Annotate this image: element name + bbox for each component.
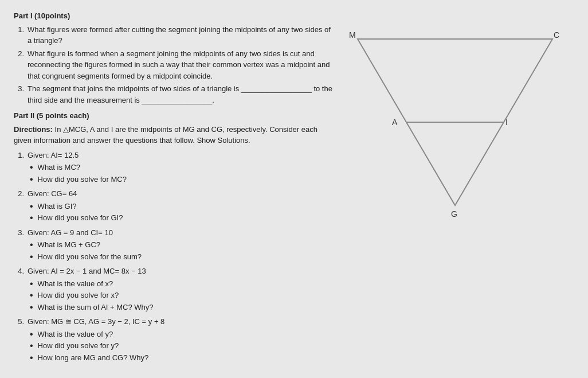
bullet-4-3: • What is the sum of AI + MC? Why?: [30, 302, 335, 313]
bullet-dot: •: [30, 174, 33, 185]
bullet-dot: •: [30, 212, 33, 224]
bullet-text-4-2: How did you solve for x?: [38, 290, 119, 301]
given-text-2: Given: CG= 64: [28, 188, 77, 200]
part1-num-3: 3.: [14, 83, 24, 106]
bullet-3-1: • What is MG + GC?: [30, 239, 335, 251]
bullet-dot: •: [30, 162, 33, 173]
bullet-4-1: • What is the value of x?: [30, 278, 335, 290]
bullet-5-3: • How long are MG and CG? Why?: [30, 352, 335, 364]
part1-num-2: 2.: [14, 48, 24, 82]
bullet-text-5-1: What is the value of y?: [38, 329, 113, 340]
bullet-dot: •: [30, 239, 33, 251]
bullet-1-1: • What is MC?: [30, 162, 335, 173]
bullet-dot: •: [30, 302, 33, 313]
part1-num-1: 1.: [14, 24, 24, 46]
given-line-1: 1. Given: AI= 12.5: [14, 150, 335, 161]
bullet-1-2: • How did you solve for MC?: [30, 174, 335, 185]
part1-list: 1. What figures were formed after cuttin…: [14, 24, 335, 106]
bullet-text-2-1: What is GI?: [38, 201, 77, 212]
part1-item-1: 1. What figures were formed after cuttin…: [14, 24, 335, 46]
part2-questions: 1. Given: AI= 12.5 • What is MC? • How d…: [14, 150, 335, 364]
bullet-2-1: • What is GI?: [30, 201, 335, 212]
given-line-2: 2. Given: CG= 64: [14, 188, 335, 200]
bullet-3-2: • How did you solve for the sum?: [30, 251, 335, 263]
part2-item-5: 5. Given: MG ≅ CG, AG = 3y − 2, IC = y +…: [14, 316, 335, 363]
page: Part I (10points) 1. What figures were f…: [0, 0, 588, 378]
bullet-4-2: • How did you solve for x?: [30, 290, 335, 301]
bullet-text-1-1: What is MC?: [38, 162, 80, 173]
bullet-text-4-1: What is the value of x?: [38, 278, 113, 290]
given-text-1: Given: AI= 12.5: [28, 150, 79, 161]
triangle-diagram: M C G A I: [346, 28, 564, 234]
bullet-text-1-2: How did you solve for MC?: [38, 174, 127, 185]
bullet-text-3-1: What is MG + GC?: [38, 239, 100, 251]
bullet-dot: •: [30, 251, 33, 263]
part1-text-1: What figures were formed after cutting t…: [28, 24, 335, 46]
bullet-dot: •: [30, 329, 33, 340]
bullet-dot: •: [30, 340, 33, 352]
bullets-1: • What is MC? • How did you solve for MC…: [14, 162, 335, 185]
bullet-2-2: • How did you solve for GI?: [30, 212, 335, 224]
triangle-svg: M C G A I: [346, 28, 564, 234]
label-I: I: [505, 118, 508, 127]
bullet-text-2-2: How did you solve for GI?: [38, 212, 123, 224]
part1-item-2: 2. What figure is formed when a segment …: [14, 48, 335, 82]
part2-item-2: 2. Given: CG= 64 • What is GI? • How did…: [14, 188, 335, 224]
part2-num-1: 1.: [14, 150, 24, 161]
bullet-text-5-2: How did you solve for y?: [38, 340, 119, 352]
bullets-2: • What is GI? • How did you solve for GI…: [14, 201, 335, 224]
bullet-text-5-3: How long are MG and CG? Why?: [38, 352, 149, 364]
given-text-5: Given: MG ≅ CG, AG = 3y − 2, IC = y + 8: [28, 316, 164, 328]
part2-num-2: 2.: [14, 188, 24, 200]
given-text-3: Given: AG = 9 and CI= 10: [28, 227, 113, 239]
left-column: Part I (10points) 1. What figures were f…: [14, 10, 335, 367]
part1-title: Part I (10points): [14, 10, 335, 22]
part1-text-2: What figure is formed when a segment joi…: [28, 48, 335, 82]
label-A: A: [392, 118, 398, 127]
directions-label: Directions:: [14, 125, 55, 134]
part2-num-4: 4.: [14, 266, 24, 277]
bullet-5-1: • What is the value of y?: [30, 329, 335, 340]
bullet-text-4-3: What is the sum of AI + MC? Why?: [38, 302, 154, 313]
given-line-3: 3. Given: AG = 9 and CI= 10: [14, 227, 335, 239]
label-M: M: [349, 30, 356, 40]
part2-title: Part II (5 points each): [14, 110, 335, 122]
bullet-text-3-2: How did you solve for the sum?: [38, 251, 142, 263]
bullet-dot: •: [30, 278, 33, 290]
part2-item-1: 1. Given: AI= 12.5 • What is MC? • How d…: [14, 150, 335, 185]
part1-item-3: 3. The segment that joins the midpoints …: [14, 83, 335, 106]
bullets-3: • What is MG + GC? • How did you solve f…: [14, 239, 335, 262]
bullet-dot: •: [30, 352, 33, 364]
part1-text-3: The segment that joins the midpoints of …: [28, 83, 335, 106]
bullets-4: • What is the value of x? • How did you …: [14, 278, 335, 313]
part2-num-5: 5.: [14, 316, 24, 328]
bullet-dot: •: [30, 201, 33, 212]
label-C: C: [554, 30, 559, 40]
content-wrapper: Part I (10points) 1. What figures were f…: [14, 10, 574, 367]
bullet-dot: •: [30, 290, 33, 301]
right-column: M C G A I: [340, 10, 570, 367]
given-text-4: Given: AI = 2x − 1 and MC= 8x − 13: [28, 266, 146, 277]
part2-directions: Directions: In △MCG, A and I are the mid…: [14, 124, 335, 146]
part2-item-4: 4. Given: AI = 2x − 1 and MC= 8x − 13 • …: [14, 266, 335, 313]
part2-item-3: 3. Given: AG = 9 and CI= 10 • What is MG…: [14, 227, 335, 263]
given-line-5: 5. Given: MG ≅ CG, AG = 3y − 2, IC = y +…: [14, 316, 335, 328]
label-G: G: [451, 209, 457, 219]
bullet-5-2: • How did you solve for y?: [30, 340, 335, 352]
bullets-5: • What is the value of y? • How did you …: [14, 329, 335, 364]
directions-text: In △MCG, A and I are the midpoints of MG…: [14, 125, 317, 145]
part2-num-3: 3.: [14, 227, 24, 239]
given-line-4: 4. Given: AI = 2x − 1 and MC= 8x − 13: [14, 266, 335, 277]
